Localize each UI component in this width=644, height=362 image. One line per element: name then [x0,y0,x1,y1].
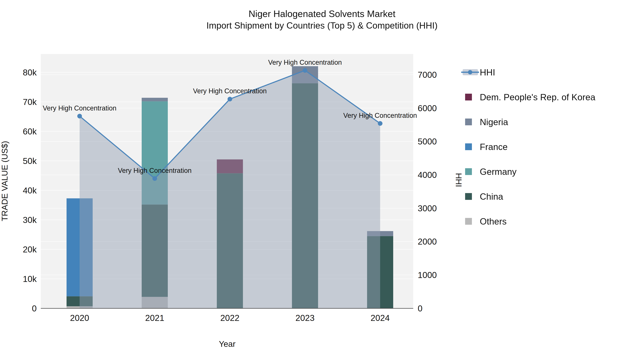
y-right-tick: 6000 [418,103,437,113]
hhi-marker [378,121,382,126]
y-left-tick: 30k [23,215,37,225]
x-tick: 2023 [296,313,315,323]
legend-item-germany[interactable]: Germany [465,167,517,177]
legend-swatch-icon [465,118,472,125]
y-right-tick: 3000 [418,204,437,213]
legend-swatch-icon [465,143,472,150]
y-right-tick: 4000 [418,170,437,180]
y-left-tick: 0 [32,304,37,313]
legend-swatch-icon [465,168,472,175]
legend-item-france[interactable]: France [465,142,508,152]
annotation: Very High Concentration [268,59,342,66]
legend-swatch-icon [465,193,472,200]
x-axis-title: Year [219,339,236,349]
y-axis-title-right: HHI [454,173,463,187]
hhi-legend-marker-icon [468,70,472,74]
legend-label: HHI [480,67,495,77]
chart-canvas: Niger Halogenated Solvents Market Import… [0,0,644,362]
legend-label: Others [480,217,506,227]
legend-item-nigeria[interactable]: Nigeria [465,117,508,127]
x-tick: 2024 [371,313,390,323]
hhi-marker [303,68,307,73]
y-axis-title-left: TRADE VALUE (US$) [0,141,9,221]
y-right-tick: 2000 [418,237,437,246]
hhi-marker [77,114,82,118]
y-left-tick: 80k [23,68,37,77]
y-left-tick: 40k [23,186,37,195]
annotation: Very High Concentration [43,104,116,112]
legend-label: China [480,192,503,202]
chart-subtitle: Import Shipment by Countries (Top 5) & C… [206,20,438,30]
y-right-tick: 5000 [418,137,437,146]
legend-label: Germany [480,167,517,177]
hhi-marker [228,97,232,101]
x-tick: 2021 [145,313,164,323]
figure: Niger Halogenated Solvents Market Import… [0,0,644,362]
annotation: Very High Concentration [193,87,267,95]
annotation: Very High Concentration [118,167,192,174]
legend-item-dem-people-s-rep-of-korea[interactable]: Dem. People's Rep. of Korea [465,92,595,102]
legend-label: Nigeria [480,117,508,127]
x-tick: 2020 [70,313,89,323]
y-left-tick: 10k [23,274,37,284]
y-right-tick: 1000 [418,270,437,280]
y-left-tick: 60k [23,127,37,136]
hhi-marker [152,176,157,181]
legend-item-others[interactable]: Others [465,217,506,227]
y-left-tick: 20k [23,245,37,254]
legend-swatch-icon [465,94,472,100]
legend-item-china[interactable]: China [465,192,503,202]
y-left-tick: 70k [23,97,37,107]
chart-title: Niger Halogenated Solvents Market [249,8,396,19]
y-right-tick: 0 [418,304,422,313]
legend-swatch-icon [465,218,472,225]
annotation: Very High Concentration [343,112,417,119]
x-tick: 2022 [220,313,240,323]
y-left-tick: 50k [23,156,37,166]
legend-label: Dem. People's Rep. of Korea [480,92,595,102]
legend-label: France [480,142,508,152]
bar-segment-nigeria [142,98,168,101]
y-right-tick: 7000 [418,70,437,79]
legend: HHIDem. People's Rep. of KoreaNigeriaFra… [461,67,595,227]
legend-item-hhi[interactable]: HHI [461,67,495,77]
